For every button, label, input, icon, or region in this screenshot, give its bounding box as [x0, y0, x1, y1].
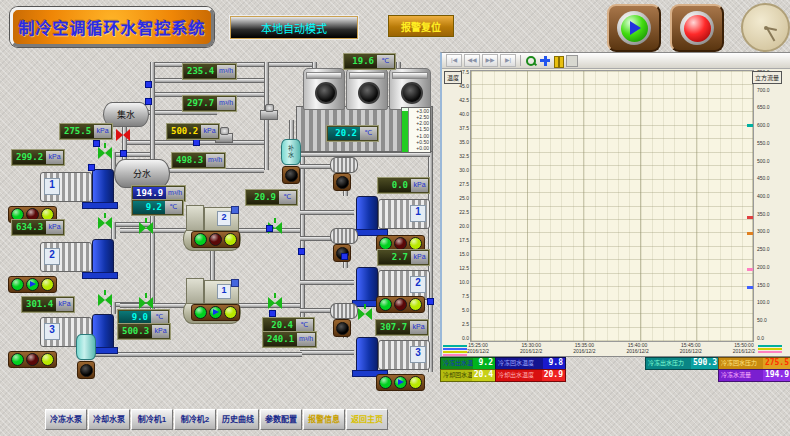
nav-button-冷冻水泵[interactable]: 冷冻水泵 [45, 409, 87, 430]
axis-marker [747, 216, 753, 219]
step-back-icon[interactable]: ◀◀ [464, 54, 480, 67]
suction-valve[interactable] [358, 308, 372, 320]
display-unit: kPa [56, 298, 73, 311]
chiller1-outlet-valve[interactable] [268, 297, 282, 309]
cooling-pump-3[interactable]: 3 [352, 336, 430, 374]
pump-base [82, 272, 118, 279]
chilled-pump-1[interactable]: 1 [40, 168, 118, 206]
drain-port[interactable] [77, 361, 95, 379]
pipe [210, 250, 215, 280]
pause-icon[interactable] [553, 55, 564, 67]
legend-line [758, 348, 782, 350]
nav-button-报警信息[interactable]: 报警信息 [303, 409, 345, 430]
tick-label: 0.0 [462, 336, 469, 340]
display-flow-top: 235.4m³/h [183, 64, 236, 79]
fault-lamp [394, 298, 407, 311]
tick-label: 50.0 [757, 318, 767, 322]
nav-button-参数配置[interactable]: 参数配置 [260, 409, 302, 430]
pan-icon[interactable] [539, 55, 551, 67]
nav-button-返回主页[interactable]: 返回主页 [346, 409, 388, 430]
start-button[interactable] [607, 4, 661, 52]
summary-value: 194.9 [763, 370, 790, 381]
nav-button-冷却水泵[interactable]: 冷却水泵 [88, 409, 130, 430]
display-value: 9.0 [119, 311, 151, 324]
mode-label: 本地自动模式 [261, 20, 327, 36]
pipe [289, 120, 294, 140]
display-flow-mid: 297.7m³/h [183, 96, 236, 111]
summary-label: 冷却回水温度 [441, 370, 472, 381]
chilled-pump-2[interactable]: 2 [40, 238, 118, 276]
skip-start-icon[interactable]: |◀ [446, 54, 462, 67]
display-value: 9.2 [133, 201, 165, 214]
tick-label: 17.5 [459, 238, 469, 242]
pump-number: 1 [44, 178, 60, 195]
zoom-icon[interactable] [525, 55, 537, 67]
bottom-nav-bar: 冷冻水泵冷却水泵制冷机1制冷机2历史曲线参数配置报警信息返回主页 [45, 409, 388, 430]
nav-button-制冷机2[interactable]: 制冷机2 [174, 409, 216, 430]
sensor-dot [231, 279, 239, 287]
chiller2-inlet-valve[interactable] [139, 222, 153, 234]
blowdown-port[interactable] [333, 319, 351, 337]
display-unit: kPa [410, 321, 427, 334]
blowdown-port[interactable] [333, 173, 351, 191]
tick-label: 700.0 [757, 88, 770, 92]
display-value: 275.5 [61, 125, 94, 138]
makeup-port[interactable] [282, 166, 300, 184]
summary-value: 9.8 [543, 358, 565, 369]
pipe-sensor [145, 81, 152, 88]
lg-label: +1.00 [410, 134, 429, 139]
cooling-pump-1[interactable]: 1 [352, 195, 430, 233]
nav-button-制冷机1[interactable]: 制冷机1 [131, 409, 173, 430]
pipe [300, 308, 332, 313]
run-lamp [11, 278, 24, 291]
collector-drain-valve[interactable] [116, 129, 130, 141]
axis-marker [747, 286, 753, 289]
skip-end-icon[interactable]: ▶| [500, 54, 516, 67]
tower-supply-valve[interactable] [260, 110, 278, 120]
trend-plot-area[interactable] [470, 70, 754, 342]
sensor-dot [231, 206, 239, 214]
tick-label: 25.0 [459, 196, 469, 200]
pump2-discharge-valve[interactable] [98, 217, 112, 229]
status-lights-chiller-2 [191, 231, 240, 248]
dosing-tank[interactable] [76, 334, 96, 360]
fault-lamp [209, 233, 222, 246]
summary-label: 冷冻回水压力 [719, 358, 763, 369]
display-unit: kPa [201, 125, 218, 138]
fault-lamp [26, 353, 39, 366]
pump-head [356, 337, 378, 373]
cooling-tower-2[interactable] [346, 68, 388, 110]
display-unit: kPa [152, 325, 169, 338]
display-chilled-pump1-pressure: 299.2kPa [12, 150, 64, 165]
chiller1-inlet-valve[interactable] [139, 297, 153, 309]
tick-label: 20.0 [459, 224, 469, 228]
nav-button-历史曲线[interactable]: 历史曲线 [217, 409, 259, 430]
chiller-1[interactable]: 1 [183, 278, 241, 324]
display-cooling-temp-right: 20.9℃ [246, 190, 297, 205]
x-axis-label: 15:45:00 2016/12/2 [671, 342, 711, 354]
cooling-tower-1[interactable] [303, 68, 345, 110]
display-value: 299.2 [13, 151, 46, 164]
right-axis-ticks: 750.0700.0650.0600.0550.0500.0450.0400.0… [755, 70, 790, 340]
makeup-tank[interactable]: 补水 [281, 139, 301, 165]
display-value: 307.7 [377, 321, 410, 334]
display-unit: m³/h [217, 65, 235, 78]
alarm-reset-button[interactable]: 报警复位 [388, 15, 454, 37]
cooling-tower-3[interactable] [389, 68, 431, 110]
pump3-discharge-valve[interactable] [98, 294, 112, 306]
pump1-discharge-valve[interactable] [98, 147, 112, 159]
tick-label: 400.0 [757, 194, 770, 198]
display-chilled-pump3-pressure: 301.4kPa [22, 297, 74, 312]
step-forward-icon[interactable]: ▶▶ [482, 54, 498, 67]
pump-number: 3 [410, 346, 426, 363]
display-value: 0.0 [379, 179, 411, 192]
chiller-2[interactable]: 2 [183, 205, 241, 251]
run-lamp [379, 376, 392, 389]
snapshot-icon[interactable] [566, 55, 578, 67]
summary-label: 冷却出水温度 [496, 370, 542, 381]
divider-tank[interactable]: 分水 [114, 159, 170, 188]
pump-head [356, 267, 378, 303]
pipe [300, 236, 332, 241]
stop-button[interactable] [670, 4, 724, 52]
power-lamp [41, 278, 54, 291]
